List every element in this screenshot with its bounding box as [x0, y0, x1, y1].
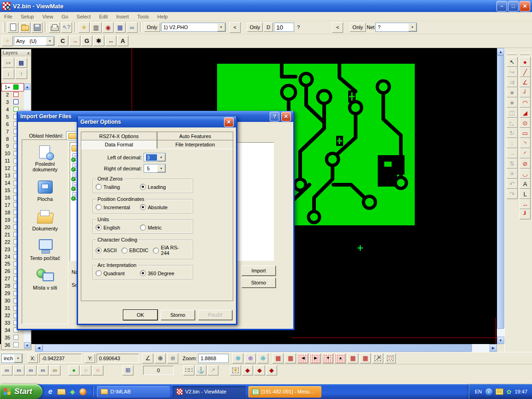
view-nav-button[interactable]: ∷: [385, 353, 396, 363]
save-button[interactable]: [31, 22, 42, 33]
tab[interactable]: Auto Features: [157, 132, 233, 140]
tool-button[interactable]: ◉: [103, 22, 114, 33]
edit-tool-button[interactable]: ↷: [507, 189, 518, 199]
draw-tool-button[interactable]: ↔: [520, 199, 531, 209]
menu-item[interactable]: Help: [153, 13, 172, 20]
tab[interactable]: File Interpretation: [157, 140, 233, 149]
select-type-button[interactable]: C: [57, 36, 68, 46]
view-nav-button[interactable]: ▦: [272, 353, 284, 363]
layer-swatch[interactable]: [13, 92, 18, 97]
menu-item[interactable]: Tools: [133, 13, 153, 20]
scroll-up-icon[interactable]: ▲: [24, 84, 30, 90]
highlight-button[interactable]: ☀: [230, 365, 241, 375]
radio-option[interactable]: EBCDIC: [121, 245, 149, 256]
draw-tool-button[interactable]: ⊙: [520, 118, 531, 128]
draw-tool-button[interactable]: ◝: [520, 138, 531, 148]
edit-tool-button[interactable]: →: [507, 148, 518, 158]
radio-option[interactable]: Metric: [140, 224, 182, 230]
scroll-down-icon[interactable]: ▼: [497, 337, 504, 344]
snap-tool-button[interactable]: ↗: [207, 365, 218, 375]
view-nav-button[interactable]: ▦: [285, 353, 296, 363]
start-button[interactable]: Start: [0, 384, 42, 399]
select-type-button[interactable]: G: [81, 36, 92, 46]
layer-tool-button[interactable]: ▤: [15, 58, 27, 68]
radio-option[interactable]: Incremental: [96, 204, 138, 210]
edit-tool-button[interactable]: ↻: [507, 128, 518, 138]
zoom-tool-button[interactable]: ⊕: [257, 353, 268, 363]
layer-row[interactable]: 1+: [2, 84, 24, 91]
layer-tool-button[interactable]: ↓: [2, 69, 14, 79]
scroll-down-icon[interactable]: ▼: [24, 342, 30, 349]
close-icon[interactable]: ✕: [224, 117, 234, 127]
radio-option[interactable]: Leading: [140, 184, 182, 190]
close-button[interactable]: ✕: [520, 1, 530, 12]
layer-swatch[interactable]: [13, 99, 18, 104]
edit-tool-button[interactable]: ◫: [507, 108, 518, 118]
radio-option[interactable]: Absolute: [140, 204, 182, 210]
tool-button[interactable]: ▦: [115, 22, 126, 33]
radio-option[interactable]: EIA RS-244: [153, 245, 187, 256]
prev-layer-button[interactable]: <: [230, 22, 241, 33]
unit-combobox[interactable]: inch ▼: [1, 354, 23, 363]
draw-tool-button[interactable]: ▭: [520, 128, 531, 138]
edit-tool-button[interactable]: ↪: [507, 67, 518, 77]
menu-item[interactable]: Edit: [95, 13, 112, 20]
layer-tool-button[interactable]: ↦: [2, 58, 14, 68]
display-mode-button[interactable]: ∞: [49, 365, 60, 375]
chevron-down-icon[interactable]: ▼: [46, 37, 54, 45]
taskbar-task-button[interactable]: [191-482-091] - Mess…: [248, 386, 321, 398]
menu-item[interactable]: Go: [57, 13, 73, 20]
vertical-scrollbar[interactable]: ▲ ▼: [497, 48, 504, 344]
menu-item[interactable]: File: [0, 13, 17, 20]
highlight-button[interactable]: ◆: [254, 365, 265, 375]
tray-message-icon[interactable]: [496, 388, 503, 395]
draw-tool-button[interactable]: L: [520, 189, 531, 199]
scroll-left-icon[interactable]: ◀: [35, 344, 42, 352]
only-layer-toggle[interactable]: Only: [144, 23, 160, 32]
draw-tool-button[interactable]: ●: [520, 57, 531, 67]
measure-tool-button[interactable]: ⊕: [167, 353, 178, 363]
draw-tool-button[interactable]: ⊘: [520, 158, 531, 169]
select-grid-button[interactable]: ⁘: [2, 36, 13, 46]
language-indicator[interactable]: EN: [475, 389, 482, 394]
radio-option[interactable]: English: [96, 224, 138, 230]
new-file-button[interactable]: [7, 22, 18, 33]
scroll-up-icon[interactable]: ▲: [497, 48, 504, 55]
lamp-button[interactable]: ●: [68, 365, 79, 375]
display-mode-button[interactable]: ∞: [25, 365, 36, 375]
cancel-button[interactable]: Storno: [242, 278, 276, 288]
taskbar-task-button[interactable]: V2.bin - ViewMate: [173, 386, 246, 398]
layers-panel-title[interactable]: Layers x: [1, 49, 31, 56]
only-net-toggle[interactable]: Only: [350, 23, 366, 32]
horizontal-scroll-thumb[interactable]: [42, 344, 472, 352]
only-dcode-toggle[interactable]: Only: [247, 23, 263, 32]
firefox-icon[interactable]: [79, 388, 86, 395]
view-nav-button[interactable]: ◀: [297, 353, 308, 363]
grid-setup-button[interactable]: ⊞: [122, 365, 133, 375]
select-type-button[interactable]: ↔: [105, 36, 116, 46]
edit-tool-button[interactable]: ↖: [507, 57, 518, 67]
draw-tool-button[interactable]: ┚: [520, 209, 531, 219]
measure-tool-button[interactable]: ∠: [142, 353, 153, 363]
layer-row[interactable]: 3: [2, 98, 24, 106]
select-mode-combobox[interactable]: Any (U) ▼: [14, 36, 54, 46]
chevron-down-icon[interactable]: ▼: [157, 164, 165, 172]
edit-tool-button[interactable]: ↕: [507, 138, 518, 148]
snap-tool-button[interactable]: ⚓: [195, 365, 206, 375]
close-icon[interactable]: x: [27, 51, 30, 55]
menu-item[interactable]: Insert: [112, 13, 133, 20]
menu-item[interactable]: View: [38, 13, 57, 20]
radio-option[interactable]: Trailing: [96, 184, 138, 190]
close-icon[interactable]: ✕: [281, 112, 291, 121]
places-bar-item[interactable]: Plocha: [24, 180, 66, 202]
zoom-tool-button[interactable]: ⊕: [245, 353, 256, 363]
display-mode-button[interactable]: ∞: [13, 365, 24, 375]
edit-tool-button[interactable]: ■: [507, 87, 518, 97]
open-file-button[interactable]: [19, 22, 30, 33]
chevron-down-icon[interactable]: ▼: [14, 354, 22, 363]
lamp-button[interactable]: ○: [80, 365, 91, 375]
tab[interactable]: Data Format: [81, 140, 157, 149]
zoom-tool-button[interactable]: ⊕: [232, 353, 243, 363]
view-nav-button[interactable]: ▼: [322, 353, 333, 363]
places-bar-item[interactable]: Dokumenty: [24, 209, 66, 231]
